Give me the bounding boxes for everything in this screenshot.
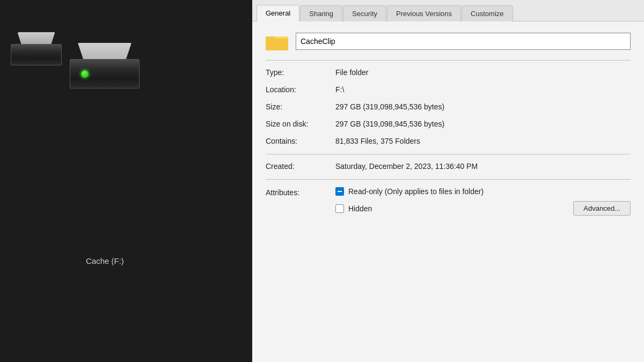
prop-row-type: Type: File folder: [266, 68, 631, 77]
hidden-item: Hidden: [335, 204, 372, 213]
properties-dialog: General Sharing Security Previous Versio…: [252, 0, 644, 362]
tab-general[interactable]: General: [257, 5, 299, 21]
prop-row-size: Size: 297 GB (319,098,945,536 bytes): [266, 102, 631, 111]
tab-sharing[interactable]: Sharing: [300, 5, 342, 21]
properties-content: Type: File folder Location: F:\ Size: 29…: [252, 21, 644, 362]
prop-label-created: Created:: [266, 162, 335, 171]
prop-row-created: Created: Saturday, December 2, 2023, 11:…: [266, 162, 631, 171]
prop-label-type: Type:: [266, 68, 335, 77]
drive-icon-main: [70, 43, 140, 88]
folder-name-row: [266, 32, 631, 50]
drive-led: [81, 70, 89, 78]
drive-icon-small-left: [11, 32, 62, 65]
attributes-row: Attributes: Read-only (Only applies to f…: [266, 187, 631, 216]
divider-1: [266, 60, 631, 61]
hidden-checkbox[interactable]: [335, 204, 344, 213]
prop-row-contains: Contains: 81,833 Files, 375 Folders: [266, 137, 631, 145]
drive-label: Cache (F:): [86, 256, 124, 265]
prop-value-type: File folder: [335, 68, 631, 77]
tab-previous-versions[interactable]: Previous Versions: [387, 5, 461, 21]
advanced-button[interactable]: Advanced...: [573, 201, 631, 216]
prop-label-location: Location:: [266, 85, 335, 94]
tab-customize[interactable]: Customize: [462, 5, 513, 21]
readonly-item: Read-only (Only applies to files in fold…: [335, 187, 631, 196]
prop-label-size: Size:: [266, 102, 335, 111]
prop-value-size: 297 GB (319,098,945,536 bytes): [335, 102, 631, 111]
tab-bar: General Sharing Security Previous Versio…: [252, 0, 644, 21]
prop-value-created: Saturday, December 2, 2023, 11:36:40 PM: [335, 162, 631, 171]
tab-security[interactable]: Security: [343, 5, 386, 21]
folder-icon: [266, 32, 288, 50]
prop-value-size-on-disk: 297 GB (319,098,945,536 bytes): [335, 120, 631, 128]
hidden-row: Hidden Advanced...: [335, 201, 631, 216]
readonly-checkbox[interactable]: [335, 187, 344, 196]
folder-name-input[interactable]: [296, 33, 631, 50]
prop-row-location: Location: F:\: [266, 85, 631, 94]
prop-label-contains: Contains:: [266, 137, 335, 145]
attr-controls: Read-only (Only applies to files in fold…: [335, 187, 631, 216]
prop-value-contains: 81,833 Files, 375 Folders: [335, 137, 631, 145]
divider-3: [266, 179, 631, 180]
prop-value-location: F:\: [335, 85, 631, 94]
hidden-label: Hidden: [348, 204, 372, 213]
left-panel: Cache (F:): [0, 0, 252, 362]
readonly-label: Read-only (Only applies to files in fold…: [348, 187, 484, 196]
prop-row-size-on-disk: Size on disk: 297 GB (319,098,945,536 by…: [266, 120, 631, 128]
prop-label-size-on-disk: Size on disk:: [266, 120, 335, 128]
divider-2: [266, 154, 631, 154]
attributes-label: Attributes:: [266, 187, 335, 197]
